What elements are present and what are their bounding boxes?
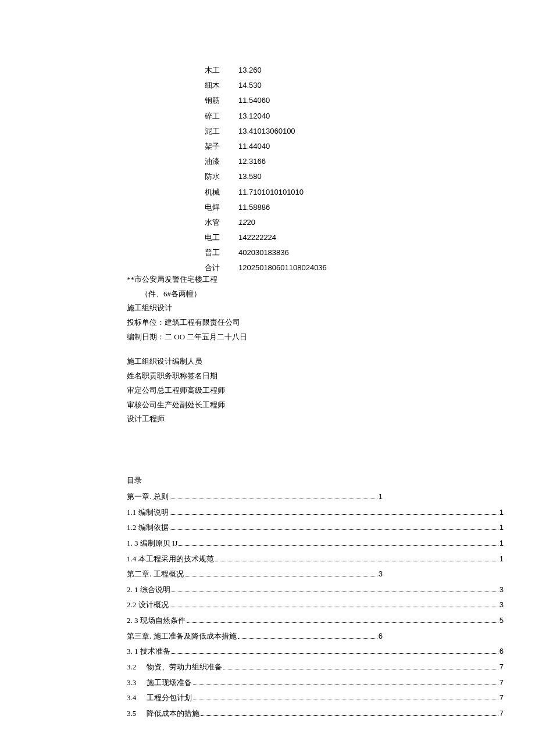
- row-label: 碎工: [205, 111, 238, 121]
- personnel-title: 施工组织设计编制人员: [127, 354, 522, 369]
- row-label: 架子: [205, 141, 238, 152]
- toc-entry: 3. 1 技术准备6: [127, 644, 504, 660]
- toc-label: 1.4 本工程采用的技术规范: [127, 551, 214, 567]
- toc-dots: [223, 669, 498, 669]
- table-row: 油漆12.3166: [205, 156, 327, 167]
- toc-title: 目录: [127, 475, 504, 486]
- table-of-contents: 目录 第一章. 总则11.1 编制说明11.2 编制依据11. 3 编制原贝 I…: [127, 475, 504, 722]
- toc-label: 第二章. 工程概况: [127, 567, 184, 582]
- header-line-5: 编制日期：二 OO 二年五月二十八日: [127, 330, 522, 345]
- row-value: 14.530: [238, 80, 262, 91]
- row-value: 11.54060: [238, 95, 270, 106]
- toc-dots: [172, 592, 498, 592]
- toc-page: 1: [500, 520, 504, 536]
- toc-page: 3: [379, 567, 383, 582]
- row-value: 11.44040: [238, 141, 270, 152]
- toc-page: 1: [379, 489, 383, 505]
- toc-page: 7: [500, 690, 504, 706]
- personnel-line-3: 审核公司生产处副处长工程师: [127, 398, 522, 413]
- toc-number: 3.2: [127, 660, 147, 675]
- table-row: 钢筋11.54060: [205, 95, 327, 106]
- toc-entry: 2. 3 现场自然条件5: [127, 613, 504, 629]
- document-body: **市公安局发警住宅楼工程 （件、6#各两幢） 施工组织设计 投标单位：建筑工程…: [127, 273, 522, 427]
- row-label: 钢筋: [205, 95, 238, 106]
- row-label: 水管: [205, 217, 238, 228]
- toc-entry: 第三章. 施工准备及降低成本措施6: [127, 629, 383, 644]
- table-row: 合计120250180601108024036: [205, 263, 327, 273]
- toc-entry: 1.1 编制说明1: [127, 505, 504, 521]
- row-value: 11.58886: [238, 202, 270, 213]
- toc-entry: 3.5降低成本的措施7: [127, 706, 504, 722]
- row-label: 电焊: [205, 202, 238, 213]
- personnel-line-4: 设计工程师: [127, 412, 522, 427]
- toc-dots: [172, 653, 498, 654]
- table-row: 防水13.580: [205, 171, 327, 182]
- toc-page: 5: [500, 613, 504, 629]
- toc-dots: [170, 514, 498, 515]
- row-label: 合计: [205, 263, 238, 273]
- row-value: 13.41013060100: [238, 126, 295, 137]
- toc-label: 第三章. 施工准备及降低成本措施: [127, 629, 237, 644]
- toc-page: 6: [500, 644, 504, 660]
- toc-dots: [215, 561, 498, 561]
- toc-entry: 3.4工程分包计划7: [127, 690, 504, 706]
- row-label: 细木: [205, 80, 238, 91]
- toc-entry: 1.2 编制依据1: [127, 520, 504, 536]
- toc-label: 2. 1 综合说明: [127, 582, 170, 598]
- toc-label: 物资、劳动力组织准备: [147, 660, 222, 675]
- header-line-4: 投标单位：建筑工程有限责任公司: [127, 316, 522, 330]
- row-value: 142222224: [238, 232, 276, 243]
- toc-entry: 1. 3 编制原贝 IJ1: [127, 536, 504, 551]
- toc-number: 3.3: [127, 675, 147, 691]
- row-label: 防水: [205, 171, 238, 182]
- toc-dots: [170, 499, 377, 499]
- toc-dots: [170, 607, 498, 607]
- row-label: 木工: [205, 65, 238, 76]
- toc-dots: [193, 700, 498, 700]
- row-label: 机械: [205, 187, 238, 198]
- row-value: 13.580: [238, 171, 262, 182]
- header-line-3: 施工组织设计: [127, 301, 522, 316]
- toc-page: 7: [500, 706, 504, 722]
- row-value: 13.12040: [238, 111, 270, 121]
- toc-dots: [201, 715, 498, 716]
- toc-dots: [238, 638, 377, 639]
- row-value: 11.7101010101010: [238, 187, 304, 198]
- toc-page: 1: [500, 551, 504, 567]
- toc-page: 3: [500, 582, 504, 598]
- personnel-line-2: 审定公司总工程师高级工程师: [127, 384, 522, 398]
- toc-label: 1.1 编制说明: [127, 505, 169, 521]
- row-value: 1220: [238, 217, 255, 228]
- toc-page: 6: [379, 629, 383, 644]
- toc-entry: 1.4 本工程采用的技术规范1: [127, 551, 504, 567]
- table-row: 泥工13.41013060100: [205, 126, 327, 137]
- toc-label: 1. 3 编制原贝 IJ: [127, 536, 177, 551]
- toc-label: 1.2 编制依据: [127, 520, 169, 536]
- toc-label: 工程分包计划: [147, 690, 192, 706]
- toc-label: 2.2 设计概况: [127, 597, 169, 613]
- toc-number: 3.5: [127, 706, 147, 722]
- toc-page: 1: [500, 536, 504, 551]
- table-row: 普工402030183836: [205, 248, 327, 258]
- table-row: 机械11.7101010101010: [205, 187, 327, 198]
- table-row: 细木14.530: [205, 80, 327, 91]
- personnel-line-1: 姓名职贡职务职称签名日期: [127, 369, 522, 384]
- toc-page: 7: [500, 675, 504, 691]
- toc-label: 降低成本的措施: [147, 706, 199, 722]
- row-value: 12.3166: [238, 156, 266, 167]
- row-value: 120250180601108024036: [238, 263, 327, 273]
- toc-entry: 第二章. 工程概况3: [127, 567, 383, 582]
- toc-page: 1: [500, 505, 504, 521]
- row-label: 油漆: [205, 156, 238, 167]
- table-row: 水管1220: [205, 217, 327, 228]
- row-value: 13.260: [238, 65, 262, 76]
- toc-dots: [185, 576, 377, 576]
- row-label: 电工: [205, 232, 238, 243]
- table-row: 碎工13.12040: [205, 111, 327, 121]
- toc-entry: 3.2物资、劳动力组织准备7: [127, 660, 504, 675]
- table-row: 电工142222224: [205, 232, 327, 243]
- toc-page: 3: [500, 597, 504, 613]
- toc-label: 2. 3 现场自然条件: [127, 613, 186, 629]
- toc-entry: 2. 1 综合说明3: [127, 582, 504, 598]
- row-label: 泥工: [205, 126, 238, 137]
